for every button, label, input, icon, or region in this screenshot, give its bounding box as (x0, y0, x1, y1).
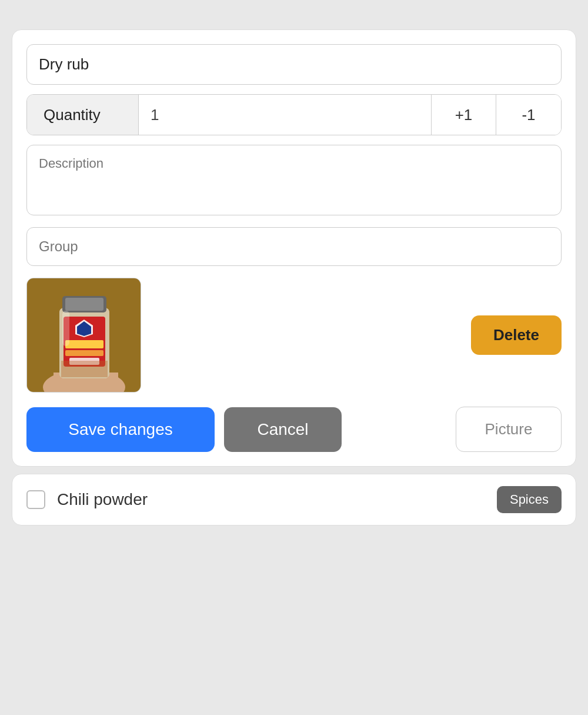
item-name-input[interactable] (26, 44, 562, 85)
svg-rect-14 (61, 361, 108, 377)
cancel-button[interactable]: Cancel (224, 407, 342, 452)
save-changes-button[interactable]: Save changes (26, 407, 215, 452)
quantity-label: Quantity (27, 95, 139, 135)
list-item-name: Chili powder (57, 490, 485, 509)
quantity-row: Quantity 1 +1 -1 (26, 94, 562, 135)
svg-rect-12 (65, 350, 103, 356)
item-image-svg (27, 278, 141, 393)
increment-button[interactable]: +1 (432, 95, 496, 135)
description-input[interactable] (26, 145, 562, 215)
delete-button[interactable]: Delete (471, 315, 562, 355)
page-wrapper: Quantity 1 +1 -1 (0, 18, 588, 537)
group-badge: Spices (497, 486, 562, 513)
svg-rect-15 (62, 311, 69, 346)
image-row: Delete (26, 278, 562, 393)
list-item-card: Chili powder Spices (12, 474, 576, 526)
edit-card: Quantity 1 +1 -1 (12, 29, 576, 467)
list-item-checkbox[interactable] (26, 490, 45, 509)
svg-rect-11 (65, 340, 103, 348)
svg-rect-7 (65, 298, 103, 311)
quantity-value: 1 (139, 95, 432, 135)
item-image (26, 278, 141, 393)
picture-button[interactable]: Picture (456, 407, 562, 452)
action-row: Save changes Cancel Picture (26, 407, 562, 452)
group-input[interactable] (26, 227, 562, 266)
decrement-button[interactable]: -1 (496, 95, 561, 135)
